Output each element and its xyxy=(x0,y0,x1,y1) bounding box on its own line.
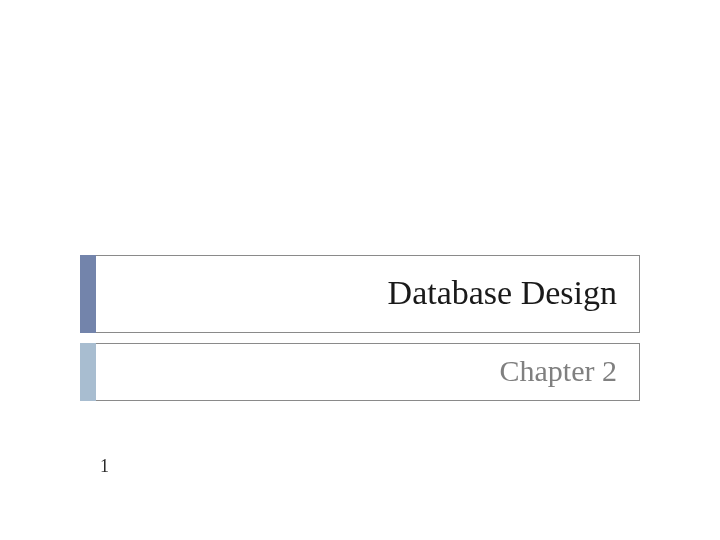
slide-subtitle: Chapter 2 xyxy=(108,354,617,388)
title-accent-bar xyxy=(80,255,96,333)
page-number: 1 xyxy=(100,456,109,477)
subtitle-accent-bar xyxy=(80,343,96,401)
subtitle-block: Chapter 2 xyxy=(80,343,640,401)
subtitle-box: Chapter 2 xyxy=(96,343,640,401)
slide-title: Database Design xyxy=(108,274,617,312)
title-block: Database Design xyxy=(80,255,640,333)
title-box: Database Design xyxy=(96,255,640,333)
